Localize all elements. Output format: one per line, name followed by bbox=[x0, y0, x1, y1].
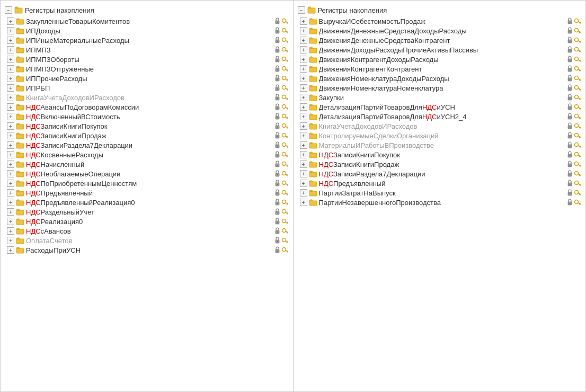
tree-item[interactable]: + ИПРБП bbox=[3, 83, 291, 93]
tree-item[interactable]: + НДСАвансыПоДоговорамКомиссии bbox=[3, 102, 291, 112]
lock-icon bbox=[274, 151, 281, 158]
tree-item[interactable]: + ДетализацияПартийТоваровДляНДСиУСН bbox=[296, 102, 584, 112]
expand-button[interactable]: + bbox=[7, 161, 14, 168]
collapse-button[interactable]: − bbox=[298, 6, 305, 14]
expand-button[interactable]: + bbox=[7, 141, 14, 149]
lock-icon bbox=[274, 208, 281, 216]
item-icons-group bbox=[273, 46, 289, 54]
expand-button[interactable]: + bbox=[300, 65, 307, 73]
tree-item[interactable]: + ДвиженияКонтрагентКонтрагент bbox=[296, 64, 584, 74]
tree-item[interactable]: + ПартииЗатратНаВыпуск bbox=[296, 188, 584, 198]
expand-button[interactable]: + bbox=[300, 141, 307, 149]
expand-button[interactable]: + bbox=[7, 46, 14, 54]
tree-item[interactable]: + КонтролируемыеСделкиОрганизаций bbox=[296, 131, 584, 140]
expand-button[interactable]: + bbox=[300, 189, 307, 197]
tree-item[interactable]: + НДСПредъявленный bbox=[3, 188, 291, 198]
tree-item[interactable]: + Закупки bbox=[296, 93, 584, 102]
svg-point-171 bbox=[277, 251, 278, 252]
expand-button[interactable]: + bbox=[7, 17, 14, 25]
expand-button[interactable]: + bbox=[300, 113, 307, 120]
tree-item[interactable]: + НДСРеализация0 bbox=[3, 217, 291, 226]
tree-item[interactable]: + КнигаУчетаДоходовИРасходов bbox=[3, 93, 291, 102]
expand-button[interactable]: + bbox=[7, 218, 14, 225]
expand-button[interactable]: + bbox=[300, 46, 307, 54]
expand-button[interactable]: + bbox=[7, 56, 14, 63]
expand-button[interactable]: + bbox=[300, 103, 307, 111]
tree-item[interactable]: + ДетализацияПартийТоваровДляНДСиУСН2_4 bbox=[296, 112, 584, 121]
tree-item[interactable]: + НДСЗаписиКнигиПокупок bbox=[3, 121, 291, 131]
expand-button[interactable]: + bbox=[300, 122, 307, 130]
expand-button[interactable]: + bbox=[7, 27, 14, 34]
expand-button[interactable]: + bbox=[7, 122, 14, 130]
tree-item[interactable]: + НДСсАвансов bbox=[3, 226, 291, 236]
expand-button[interactable]: + bbox=[300, 84, 307, 92]
expand-button[interactable]: + bbox=[300, 27, 307, 34]
expand-button[interactable]: + bbox=[300, 199, 307, 206]
tree-item[interactable]: + НДСНеоблагаемыеОперации bbox=[3, 169, 291, 179]
item-label: НДСПоПриобретеннымЦенностям bbox=[26, 180, 272, 188]
expand-button[interactable]: + bbox=[300, 180, 307, 187]
item-icons-group bbox=[566, 65, 581, 73]
expand-button[interactable]: + bbox=[300, 94, 307, 101]
expand-button[interactable]: + bbox=[7, 84, 14, 92]
tree-item[interactable]: + НДСПоПриобретеннымЦенностям bbox=[3, 179, 291, 188]
tree-item[interactable]: + ИПИныеМатериальныеРасходы bbox=[3, 35, 291, 45]
tree-item[interactable]: + ВыручкаИСебестоимостьПродаж bbox=[296, 16, 584, 26]
expand-button[interactable]: + bbox=[7, 208, 14, 216]
tree-item[interactable]: + ИППрочиеРасходы bbox=[3, 74, 291, 83]
tree-item[interactable]: + ИПМПЗОбороты bbox=[3, 55, 291, 64]
expand-button[interactable]: + bbox=[7, 103, 14, 111]
expand-button[interactable]: + bbox=[7, 246, 14, 254]
tree-item[interactable]: + ДвиженияДенежныеСредстваДоходыРасходы bbox=[296, 26, 584, 35]
expand-button[interactable]: + bbox=[7, 151, 14, 158]
tree-item[interactable]: + ПартииНезавершенногоПроизводства bbox=[296, 198, 584, 207]
expand-button[interactable]: + bbox=[300, 56, 307, 63]
expand-button[interactable]: + bbox=[7, 65, 14, 73]
tree-item[interactable]: + НДСЗаписиКнигиПокупок bbox=[296, 150, 584, 159]
tree-item[interactable]: + РасходыПриУСН bbox=[3, 245, 291, 255]
tree-item[interactable]: + ИПМПЗОтгруженные bbox=[3, 64, 291, 74]
expand-button[interactable]: + bbox=[300, 151, 307, 158]
lock-icon bbox=[567, 46, 573, 54]
tree-item[interactable]: + НДСЗаписиКнигиПродаж bbox=[296, 159, 584, 169]
expand-button[interactable]: + bbox=[7, 113, 14, 120]
expand-button[interactable]: + bbox=[7, 132, 14, 139]
tree-item[interactable]: + КнигаУчетаДоходовИРасходов bbox=[296, 121, 584, 131]
tree-item[interactable]: + НДСВключенныйВСтоимость bbox=[3, 112, 291, 121]
expand-button[interactable]: + bbox=[300, 75, 307, 82]
expand-button[interactable]: + bbox=[7, 37, 14, 44]
expand-button[interactable]: + bbox=[7, 170, 14, 177]
collapse-button[interactable]: − bbox=[5, 6, 12, 14]
tree-item[interactable]: + ДвиженияКонтрагентДоходыРасходы bbox=[296, 55, 584, 64]
tree-item[interactable]: + ДвиженияНоменклатураДоходыРасходы bbox=[296, 74, 584, 83]
expand-button[interactable]: + bbox=[7, 199, 14, 206]
expand-button[interactable]: + bbox=[7, 75, 14, 82]
expand-button[interactable]: + bbox=[7, 94, 14, 101]
expand-button[interactable]: + bbox=[7, 227, 14, 235]
tree-item[interactable]: + НДСЗаписиРаздела7Декларации bbox=[296, 169, 584, 179]
expand-button[interactable]: + bbox=[7, 180, 14, 187]
tree-item[interactable]: + НДСПредъявленный bbox=[296, 179, 584, 188]
tree-item[interactable]: + ДвиженияДенежныеСредстваКонтрагент bbox=[296, 35, 584, 45]
expand-button[interactable]: + bbox=[7, 189, 14, 197]
tree-item[interactable]: + ИПДоходы bbox=[3, 26, 291, 35]
expand-button[interactable]: + bbox=[300, 17, 307, 25]
lock-icon bbox=[567, 141, 573, 149]
tree-item[interactable]: + ЗакупленныеТоварыКомитентов bbox=[3, 16, 291, 26]
expand-button[interactable]: + bbox=[300, 37, 307, 44]
tree-item[interactable]: + МатериалыИРаботыВПроизводстве bbox=[296, 140, 584, 150]
tree-item[interactable]: + НДСКосвенныеРасходы bbox=[3, 150, 291, 159]
expand-button[interactable]: + bbox=[7, 237, 14, 244]
tree-item[interactable]: + НДСЗаписиРаздела7Декларации bbox=[3, 140, 291, 150]
tree-item[interactable]: + НДСРаздельныйУчет bbox=[3, 207, 291, 217]
expand-button[interactable]: + bbox=[300, 170, 307, 177]
tree-item[interactable]: + ДвиженияНоменклатураНоменклатура bbox=[296, 83, 584, 93]
tree-item[interactable]: + НДСНачисленный bbox=[3, 159, 291, 169]
expand-button[interactable]: + bbox=[300, 161, 307, 168]
tree-item[interactable]: + ДвиженияДоходыРасходыПрочиеАктивыПасси… bbox=[296, 45, 584, 55]
tree-item[interactable]: + НДСПредъявленныйРеализация0 bbox=[3, 198, 291, 207]
tree-item[interactable]: + НДСЗаписиКнигиПродаж bbox=[3, 131, 291, 140]
tree-item[interactable]: + ОплатаСчетов bbox=[3, 236, 291, 245]
tree-item[interactable]: + ИПМПЗ bbox=[3, 45, 291, 55]
expand-button[interactable]: + bbox=[300, 132, 307, 139]
